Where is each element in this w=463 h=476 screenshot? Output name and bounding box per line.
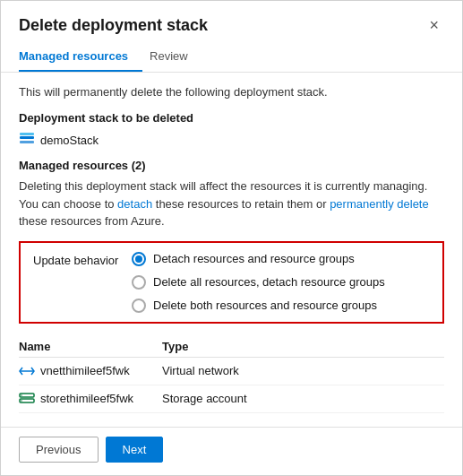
previous-button[interactable]: Previous [19, 437, 99, 463]
deployment-stack-label: Deployment stack to be deleted [19, 111, 444, 125]
dialog-title: Delete deployment stack [19, 16, 208, 35]
radio-option-delete-detach[interactable]: Delete all resources, detach resource gr… [132, 275, 385, 290]
stack-name-row: demoStack [19, 132, 444, 148]
radio-options: Detach resources and resource groups Del… [132, 252, 385, 313]
row2-name: storethimileef5fwk [40, 392, 133, 405]
table-header: Name Type [19, 340, 444, 358]
radio-option-delete-both[interactable]: Delete both resources and resource group… [132, 299, 385, 313]
table-row: storethimileef5fwk Storage account [19, 385, 444, 413]
managed-resources-label: Managed resources (2) [19, 159, 444, 172]
stack-icon [19, 132, 35, 148]
radio-delete-both-circle [132, 299, 146, 313]
radio-detach-label: Detach resources and resource groups [153, 252, 355, 265]
radio-delete-detach-circle [132, 275, 146, 290]
dialog-content: This will permanently delete the followi… [1, 73, 462, 427]
vnet-icon [19, 363, 35, 379]
row1-name: vnetthimileef5fwk [40, 364, 130, 377]
table-row: vnetthimileef5fwk Virtual network [19, 358, 444, 385]
row2-type: Storage account [162, 392, 444, 405]
tab-managed-resources[interactable]: Managed resources [19, 42, 142, 72]
radio-option-detach[interactable]: Detach resources and resource groups [132, 252, 385, 266]
svg-rect-1 [20, 141, 34, 143]
description-text: Deleting this deployment stack will affe… [19, 177, 444, 230]
tab-review[interactable]: Review [150, 42, 202, 72]
storage-icon [19, 391, 35, 407]
update-behavior-label: Update behavior [33, 252, 132, 313]
radio-detach-circle [132, 252, 146, 266]
delete-deployment-stack-dialog: Delete deployment stack × Managed resour… [0, 0, 463, 476]
svg-rect-2 [20, 133, 34, 135]
row1-type: Virtual network [162, 364, 444, 377]
svg-rect-0 [20, 136, 34, 139]
row2-name-cell: storethimileef5fwk [19, 391, 162, 407]
next-button[interactable]: Next [106, 437, 164, 463]
close-button[interactable]: × [424, 15, 444, 35]
col-type: Type [162, 340, 444, 353]
info-text: This will permanently delete the followi… [19, 85, 444, 99]
permanently-delete-link: permanently delete [330, 197, 429, 211]
dialog-header: Delete deployment stack × [1, 1, 462, 42]
col-name: Name [19, 340, 162, 353]
radio-delete-both-label: Delete both resources and resource group… [153, 299, 377, 312]
stack-name: demoStack [40, 134, 99, 147]
dialog-footer: Previous Next [1, 427, 462, 475]
update-behavior-box: Update behavior Detach resources and res… [19, 241, 444, 324]
detach-link: detach [117, 197, 152, 211]
tab-bar: Managed resources Review [1, 42, 462, 73]
row1-name-cell: vnetthimileef5fwk [19, 363, 162, 379]
radio-delete-detach-label: Delete all resources, detach resource gr… [153, 275, 385, 289]
resources-table: Name Type vnetthimileef5fwk Virtual netw… [19, 340, 444, 413]
